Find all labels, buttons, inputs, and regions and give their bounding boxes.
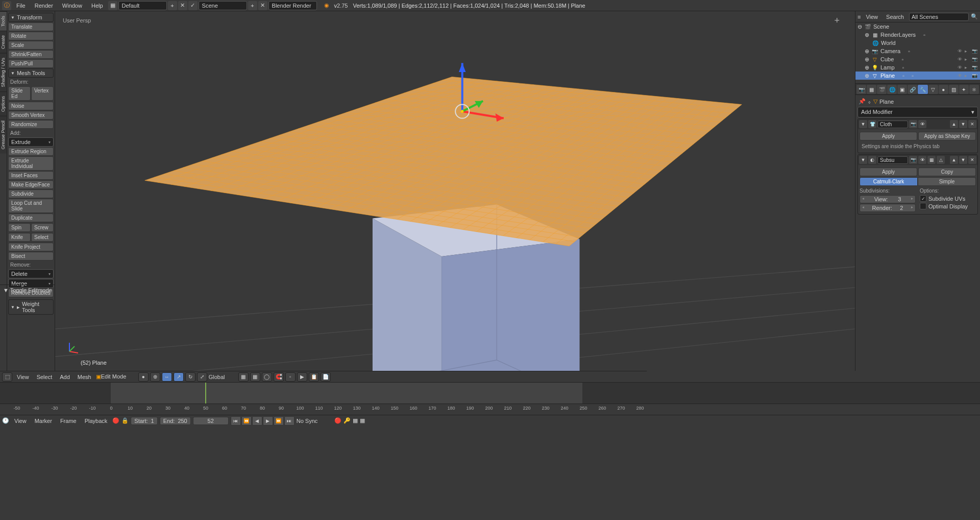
outliner-cube[interactable]: ⊕▽Cube▫👁▸📷 [855, 55, 980, 63]
jump-start-icon[interactable]: ⏮ [231, 416, 241, 426]
select-button[interactable]: Select [31, 233, 54, 242]
outliner-renderlayers[interactable]: ⊕▦RenderLayers▫ [855, 31, 980, 39]
timeline-track[interactable] [0, 383, 980, 404]
screw-button[interactable]: Screw [31, 223, 54, 232]
prop-tab-scene[interactable]: 🎬 [877, 85, 887, 94]
subsurf-apply-button[interactable]: Apply [860, 168, 917, 176]
mesh-tools-head[interactable]: Mesh Tools [8, 68, 54, 78]
delete-dropdown[interactable]: Delete [8, 269, 54, 278]
extrude-region-button[interactable]: Extrude Region [8, 147, 54, 156]
timeline[interactable]: -50-40-30-20-100102030405060708090100110… [0, 382, 980, 415]
loopcut-button[interactable]: Loop Cut and Slide [8, 199, 54, 213]
vtab-options[interactable]: Options [0, 91, 7, 116]
prop-tab-modifiers[interactable]: 🔧 [918, 85, 927, 94]
inset-button[interactable]: Inset Faces [8, 171, 54, 180]
vertex-button[interactable]: Vertex [31, 86, 54, 101]
proportional-icon[interactable]: ◯ [262, 372, 272, 382]
timeline-cursor[interactable] [205, 383, 206, 404]
prop-tab-texture[interactable]: ▨ [949, 85, 959, 94]
transform-panel-head[interactable]: Transform [8, 13, 54, 22]
noise-button[interactable]: Noise [8, 102, 54, 110]
mod-remove-icon[interactable]: ✕ [968, 120, 976, 128]
manipulator-toggle[interactable]: ↔ [162, 372, 172, 382]
slide-edge-button[interactable]: Slide Ed [8, 86, 31, 101]
subsurf-copy-button[interactable]: Copy [918, 168, 976, 176]
remove-layout-icon[interactable]: ✕ [178, 1, 187, 10]
prop-tab-render[interactable]: 📷 [856, 85, 866, 94]
outliner-search-icon[interactable]: 🔍 [971, 13, 978, 20]
outliner[interactable]: ⊖🎬Scene ⊕▦RenderLayers▫ 🌐World ⊕📷Camera▫… [855, 22, 980, 84]
keyframe-type-icon[interactable]: 🔒 [121, 417, 129, 424]
mode-dropdown[interactable]: ▣Edit Mode [96, 373, 137, 380]
pushpull-button[interactable]: Push/Pull [8, 59, 54, 68]
simple-toggle[interactable]: Simple [918, 177, 976, 186]
duplicate-button[interactable]: Duplicate [8, 214, 54, 222]
layers-icon[interactable]: ▦ [238, 372, 249, 382]
mod-edit-toggle[interactable]: ▦ [927, 156, 936, 164]
mod-render-toggle[interactable]: 📷 [909, 156, 917, 164]
auto-keyframe-icon[interactable]: 🔴 [112, 417, 119, 424]
outliner-camera[interactable]: ⊕📷Camera▫👁▸📷 [855, 47, 980, 55]
mod-cage-toggle[interactable]: △ [937, 156, 945, 164]
timeline-ruler[interactable]: -50-40-30-20-100102030405060708090100110… [0, 404, 980, 414]
manipulator-translate[interactable]: ↗ [174, 372, 184, 382]
scene-dropdown[interactable]: Scene [199, 1, 247, 10]
manipulator-rotate[interactable]: ↻ [185, 372, 195, 382]
smooth-vertex-button[interactable]: Smooth Vertex [8, 111, 54, 120]
knife-button[interactable]: Knife [8, 233, 31, 242]
prop-tab-material[interactable]: ● [939, 85, 948, 94]
menu-help[interactable]: Help [87, 3, 107, 9]
mod-view-toggle[interactable]: 👁 [918, 156, 926, 164]
cloth-apply-shape-button[interactable]: Apply as Shape Key [918, 132, 976, 140]
render-subdiv-field[interactable]: Render:2 [860, 204, 916, 212]
render-preview-icon[interactable]: ▶ [297, 372, 307, 382]
outliner-filter-dropdown[interactable]: All Scenes [909, 13, 969, 21]
add-layout-icon[interactable]: + [168, 1, 177, 10]
outliner-scene[interactable]: ⊖🎬Scene [855, 22, 980, 31]
bisect-button[interactable]: Bisect [8, 252, 54, 261]
randomize-button[interactable]: Randomize [8, 120, 54, 129]
pin-icon[interactable]: 📌 [859, 98, 866, 105]
layers-icon-2[interactable]: ▦ [250, 372, 260, 382]
mod-collapse-icon[interactable]: ▼ [859, 156, 867, 164]
outliner-world[interactable]: 🌐World [855, 39, 980, 47]
sync-dropdown[interactable]: No Sync [297, 418, 332, 424]
menu-window[interactable]: Window [58, 3, 86, 9]
end-frame-field[interactable]: End:250 [160, 417, 191, 425]
add-scene-icon[interactable]: + [248, 1, 257, 10]
subdivide-button[interactable]: Subdivide [8, 190, 54, 198]
scale-button[interactable]: Scale [8, 41, 54, 50]
prop-tab-particles[interactable]: ✦ [959, 85, 969, 94]
subdivide-uvs-check[interactable]: ✓Subdivide UVs [920, 195, 976, 202]
cloth-name-field[interactable] [877, 121, 908, 128]
outliner-view-menu[interactable]: View [863, 14, 881, 20]
view-subdiv-field[interactable]: View:3 [860, 195, 916, 203]
mod-collapse-icon[interactable]: ▼ [859, 120, 867, 128]
delete-key-icon[interactable]: ▦ [360, 417, 365, 424]
outliner-search-menu[interactable]: Search [883, 14, 907, 20]
shrink-button[interactable]: Shrink/Fatten [8, 50, 54, 59]
prop-tab-object[interactable]: ▣ [897, 85, 907, 94]
vp-view-menu[interactable]: View [14, 374, 32, 380]
vtab-grease[interactable]: Grease Pencil [0, 116, 7, 154]
record-icon[interactable]: 🔴 [334, 417, 341, 424]
prop-tab-world[interactable]: 🌐 [887, 85, 897, 94]
editor-type-icon[interactable]: ⬚ [2, 372, 12, 382]
knife-project-button[interactable]: Knife Project [8, 243, 54, 251]
screen-layout-icon[interactable]: ▦ [108, 1, 117, 10]
snap-type-icon[interactable]: ▫ [285, 372, 296, 382]
mod-down-icon[interactable]: ▼ [959, 156, 967, 164]
outliner-plane[interactable]: ⊕▽Plane▫▫👁▸📷 [855, 72, 980, 80]
editor-type-icon[interactable]: ⓘ [2, 1, 11, 10]
extrude-individual-button[interactable]: Extrude Individual [8, 156, 54, 171]
vtab-tools[interactable]: Tools [0, 11, 7, 31]
mod-render-toggle[interactable]: 📷 [909, 120, 917, 128]
viewport-3d[interactable]: User Persp + [55, 11, 855, 371]
weight-tools-head[interactable]: ▸ Weight Tools [8, 299, 54, 315]
jump-end-icon[interactable]: ⏭ [284, 416, 295, 426]
play-reverse-icon[interactable]: ◀ [252, 416, 262, 426]
mod-remove-icon[interactable]: ✕ [968, 156, 976, 164]
mod-view-toggle[interactable]: 👁 [918, 120, 926, 128]
vp-add-menu[interactable]: Add [57, 374, 73, 380]
menu-render[interactable]: Render [31, 3, 57, 9]
